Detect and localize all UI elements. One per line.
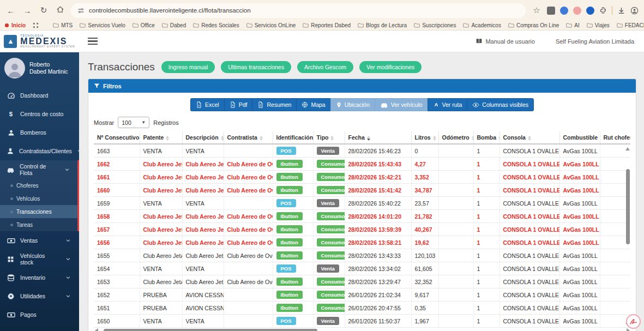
resumen-button[interactable]: Resumen bbox=[252, 98, 296, 111]
table-row[interactable]: 1661Club Aereo JetA1Club Aereo Jet A1Clu… bbox=[94, 171, 630, 184]
column-header-contratista[interactable]: Contratista bbox=[224, 131, 273, 144]
forward-icon[interactable]: → bbox=[22, 6, 33, 15]
scroll-right-icon[interactable] bbox=[627, 328, 630, 331]
table-row[interactable]: 1651PRUEBAAVION CESSNAIbuttonConsumo26/0… bbox=[94, 302, 630, 315]
column-header-rut-chofer[interactable]: Rut chofer bbox=[600, 131, 630, 144]
table-row[interactable]: 1652PRUEBAAVION CESSNAIbuttonConsumo26/0… bbox=[94, 288, 630, 302]
ingreso-manual-button[interactable]: Ingreso manual bbox=[161, 61, 215, 73]
cell-consecutivo: 1656 bbox=[94, 236, 140, 249]
pdf-button[interactable]: APdf bbox=[224, 98, 252, 111]
ver-ruta-button[interactable]: AVer ruta bbox=[428, 98, 467, 111]
bookmark-star-icon[interactable]: ☆ bbox=[531, 5, 542, 15]
column-header-litros[interactable]: Litros bbox=[411, 131, 438, 144]
ver-modificaciones-button[interactable]: Ver modificaciones bbox=[359, 61, 422, 73]
table-row[interactable]: 1655Club Aereo JetA1Club Aereo Jet A1Clu… bbox=[94, 249, 630, 262]
sidebar-item-control-de-flota[interactable]: Control de Flota bbox=[0, 160, 77, 179]
table-row[interactable]: 1650VENTAVENTAPOSVenta26/01/2026 11:50:3… bbox=[94, 315, 630, 328]
horizontal-scrollbar[interactable] bbox=[94, 328, 630, 331]
bookmark-folder[interactable]: Suscripciones bbox=[414, 22, 456, 28]
home-icon[interactable] bbox=[55, 5, 65, 15]
table-row[interactable]: 1657Club Aereo JetA1Club Aereo Jet A1Clu… bbox=[94, 223, 630, 236]
scroll-left-icon[interactable] bbox=[95, 328, 98, 331]
table-row[interactable]: 1663VENTAVENTAPOSVenta28/02/2026 15:46:2… bbox=[94, 144, 630, 158]
column-header-descripci-n[interactable]: Descripción bbox=[182, 131, 224, 144]
table-row[interactable]: 1659VENTAVENTAPOSVenta28/02/2026 15:40:2… bbox=[94, 197, 630, 210]
sidebar-item-ventas[interactable]: Ventas bbox=[0, 231, 79, 250]
bookmark-folder[interactable]: Viajes bbox=[587, 22, 610, 28]
downloads-icon[interactable] bbox=[617, 7, 625, 15]
mapa-button[interactable]: Mapa bbox=[296, 98, 330, 111]
back-icon[interactable]: ← bbox=[5, 6, 16, 15]
vertical-scroll-thumb[interactable] bbox=[626, 169, 630, 244]
sidebar-item-utilidades[interactable]: Utilidades bbox=[0, 287, 79, 305]
cell-identificacion: Ibutton bbox=[273, 249, 313, 262]
sidebar-subitem-transacciones[interactable]: Transacciones bbox=[0, 205, 77, 218]
excel-button[interactable]: xExcel bbox=[190, 98, 224, 111]
extension-icon[interactable] bbox=[573, 7, 581, 15]
extension-icon[interactable] bbox=[560, 7, 568, 15]
ubicaci-n-button[interactable]: Ubicación bbox=[330, 98, 375, 111]
extension-icon[interactable] bbox=[586, 7, 594, 15]
sidebar-item-centros-de-costo[interactable]: $Centros de costo bbox=[0, 105, 79, 123]
user-block[interactable]: Roberto Dabed Martinic bbox=[0, 52, 79, 86]
site-settings-icon[interactable] bbox=[77, 7, 85, 14]
column-header-patente[interactable]: Patente bbox=[140, 131, 182, 144]
reload-icon[interactable]: ↻ bbox=[38, 5, 49, 15]
bookmark-folder[interactable]: Servicios OnLine bbox=[246, 22, 296, 28]
cell-tipo: Consumo bbox=[313, 275, 345, 288]
manual-link[interactable]: Manual de usuario bbox=[476, 38, 535, 45]
ver-veh-culo-button[interactable]: Ver vehículo bbox=[375, 98, 428, 111]
bookmark-folder[interactable]: Dabed bbox=[162, 22, 186, 28]
bookmark-folder[interactable]: FEDACH bbox=[617, 22, 644, 28]
table-row[interactable]: 1653Club Aereo JetA1Club Aereo Jet A1Clu… bbox=[94, 275, 630, 288]
table-row[interactable]: 1656Club Aereo JetA1Club Aereo Jet A1Clu… bbox=[94, 236, 630, 249]
extensions-puzzle-icon[interactable] bbox=[599, 7, 607, 14]
bookmark-folder[interactable]: Academicos bbox=[463, 22, 501, 28]
sidebar-item-bomberos[interactable]: Bomberos bbox=[0, 123, 79, 142]
table-row[interactable]: 1662Club Aereo JetA1Club Aereo Jet A1Clu… bbox=[94, 158, 630, 171]
column-header-combustible[interactable]: Combustible bbox=[559, 131, 600, 144]
column-header-od-metro[interactable]: Odómetro bbox=[438, 131, 473, 144]
column-header-identificaci-n[interactable]: Identificación bbox=[273, 131, 313, 144]
table-row[interactable]: 1660Club Aereo JetA1Club Aereo Jet A1Clu… bbox=[94, 184, 630, 197]
horizontal-scroll-thumb[interactable] bbox=[104, 329, 317, 331]
scroll-up-icon[interactable] bbox=[625, 147, 630, 151]
bookmark-folder[interactable]: Compras On Line bbox=[508, 22, 559, 28]
bookmark-folder[interactable]: Blogs de Lectura bbox=[358, 22, 407, 28]
vertical-scrollbar[interactable] bbox=[625, 146, 630, 327]
bookmark-folder[interactable]: Office bbox=[133, 22, 155, 28]
column-header-consola[interactable]: Consola bbox=[499, 131, 559, 144]
sidebar-item-inventario[interactable]: Inventario bbox=[0, 268, 79, 287]
bookmark-folder[interactable]: Servicios Vuelo bbox=[80, 22, 125, 28]
apps-grid-icon[interactable] bbox=[33, 22, 39, 28]
profile-icon[interactable] bbox=[630, 7, 639, 15]
columnas-visibles-button[interactable]: Columnas visibles bbox=[467, 98, 534, 111]
bookmark-folder[interactable]: Reportes Dabed bbox=[303, 22, 351, 28]
bookmark-folder[interactable]: AI bbox=[566, 22, 579, 28]
menu-toggle-button[interactable] bbox=[88, 36, 98, 47]
medexis-logo[interactable]: ▲ TECNOLOGIA MEDEXIS MEASUREMENT EXPERT … bbox=[0, 34, 79, 49]
sidebar-item-pagos[interactable]: Pagos bbox=[0, 305, 79, 324]
address-bar[interactable]: controldecombustible.llaverointeligente.… bbox=[71, 3, 526, 18]
column-header-fecha[interactable]: Fecha bbox=[345, 131, 411, 144]
column-header-n-consecutivo[interactable]: Nº Consecutivo bbox=[94, 131, 140, 144]
ultimas-transacciones-button[interactable]: Ultimas transacciones bbox=[221, 61, 291, 73]
extension-icon[interactable] bbox=[547, 7, 555, 15]
filters-toggle[interactable]: Filtros bbox=[88, 79, 636, 93]
sidebar-subitem-choferes[interactable]: Choferes bbox=[0, 179, 77, 192]
sidebar-item-veh-culos-stock[interactable]: Vehículos stock bbox=[0, 250, 79, 268]
sidebar-item-contratistas-clientes[interactable]: Contratistas/Clientes bbox=[0, 142, 79, 160]
table-row[interactable]: 1654VENTAVENTAPOSVenta28/02/2026 13:34:0… bbox=[94, 262, 630, 275]
archivo-gescom-button[interactable]: Archivo Gescom bbox=[297, 61, 353, 73]
sidebar-item-dashboard[interactable]: Dashboard bbox=[0, 86, 79, 105]
sidebar-subitem-veh-culos[interactable]: Vehículos bbox=[0, 192, 77, 205]
page-size-select[interactable]: 100▼ bbox=[118, 117, 149, 128]
pdf-floating-button[interactable] bbox=[626, 314, 641, 329]
table-row[interactable]: 1658Club Aereo JetA1Club Aereo Jet A1Clu… bbox=[94, 210, 630, 223]
bookmark-folder[interactable]: Redes Sociales bbox=[193, 22, 239, 28]
column-header-tipo[interactable]: Tipo bbox=[313, 131, 345, 144]
sidebar-subitem-tareas[interactable]: Tareas bbox=[0, 218, 77, 231]
column-header-bomba[interactable]: Bomba bbox=[473, 131, 499, 144]
bookmark-inicio[interactable]: Inicio bbox=[4, 22, 26, 28]
bookmark-folder[interactable]: MTS bbox=[53, 22, 73, 28]
